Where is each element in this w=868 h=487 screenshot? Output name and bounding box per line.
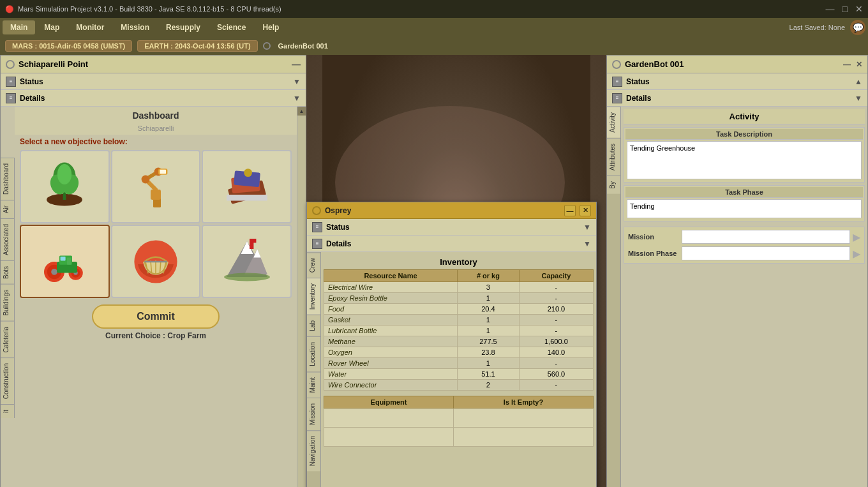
left-details-row: ≡ Details ▼: [1, 90, 306, 107]
equipment-cell-2: [454, 408, 594, 428]
status-doc-icon: ≡: [6, 77, 16, 87]
equipment-table-container: Equipment Is It Empty?: [321, 393, 596, 449]
scroll-up-arrow[interactable]: ▲: [297, 107, 306, 116]
chat-button[interactable]: 💬: [850, 20, 865, 35]
right-panel-minimize[interactable]: —: [843, 60, 851, 69]
right-panel-close[interactable]: ✕: [856, 60, 862, 69]
title-bar: 🔴 Mars Simulation Project v3.1.0 - Build…: [0, 0, 868, 18]
menu-map[interactable]: Map: [36, 20, 67, 34]
robot-arm-item[interactable]: [111, 150, 201, 223]
osprey-status-icon: ≡: [312, 222, 322, 232]
left-panel-title: Schiaparelli Point: [19, 59, 88, 69]
mars-time: MARS : 0015-Adir-05 0458 (UMST): [5, 40, 132, 52]
sidebar-tab-air[interactable]: Air: [1, 200, 14, 218]
left-status-label: Status: [20, 77, 43, 86]
sidebar-tab-buildings[interactable]: Buildings: [1, 284, 14, 321]
svg-point-5: [57, 164, 71, 184]
resource-capacity: -: [519, 282, 593, 293]
radio-indicator: [263, 42, 271, 50]
resource-name: Gasket: [324, 315, 458, 326]
resource-amount: 23.8: [458, 347, 520, 358]
osprey-title-left: Osprey: [312, 206, 351, 215]
osprey-close-button[interactable]: ✕: [580, 205, 591, 216]
osprey-details-row: ≡ Details ▼: [307, 236, 596, 252]
resource-name: Rover Wheel: [324, 358, 458, 369]
osprey-tab-location[interactable]: Location: [307, 336, 320, 371]
inventory-row: Methane277.51,600.0: [324, 336, 594, 347]
mission-label: Mission: [628, 233, 679, 241]
svg-point-21: [52, 269, 58, 275]
books-item[interactable]: [202, 150, 292, 223]
title-bar-left: 🔴 Mars Simulation Project v3.1.0 - Build…: [5, 5, 281, 13]
menu-mission[interactable]: Mission: [113, 20, 157, 34]
mission-input: [682, 230, 850, 244]
sidebar-tab-dashboard[interactable]: Dashboard: [1, 158, 14, 200]
commit-button[interactable]: Commit: [92, 304, 220, 329]
mission-right-arrow: ▶: [853, 231, 860, 243]
osprey-details-label: Details: [326, 239, 351, 248]
task-description-title: Task Description: [625, 129, 863, 140]
menu-monitor[interactable]: Monitor: [68, 20, 112, 34]
minimize-button[interactable]: —: [826, 4, 835, 14]
task-phase-title: Task Phase: [625, 187, 863, 198]
osprey-title: Osprey: [325, 206, 351, 215]
gardenbot-label: GardenBot 001: [278, 42, 328, 50]
last-saved: Last Saved: None: [789, 24, 845, 31]
crop-farm-item[interactable]: [20, 150, 110, 223]
osprey-tab-mission[interactable]: Mission: [307, 398, 320, 430]
osprey-minimize-button[interactable]: —: [564, 205, 576, 216]
right-tab-attributes[interactable]: Attributes: [607, 138, 620, 176]
resource-capacity: -: [519, 380, 593, 391]
osprey-circle-btn[interactable]: [312, 206, 321, 215]
sidebar-tab-associated[interactable]: Associated: [1, 218, 14, 260]
svg-marker-39: [253, 249, 260, 258]
sidebar-tab-construction[interactable]: Construction: [1, 357, 14, 404]
mission-phase-row: Mission Phase ▶: [625, 245, 863, 262]
basket-icon: [130, 236, 181, 287]
sidebar-tab-cafeteria[interactable]: Cafeteria: [1, 321, 14, 358]
left-status-arrow: ▼: [293, 77, 301, 86]
menu-main[interactable]: Main: [3, 20, 35, 34]
app-title: Mars Simulation Project v3.1.0 - Build 3…: [18, 5, 281, 13]
resource-amount: 20.4: [458, 304, 520, 315]
osprey-status-label: Status: [326, 223, 350, 232]
right-panel-circle-btn[interactable]: [612, 60, 621, 69]
menu-help[interactable]: Help: [255, 20, 287, 34]
resource-amount: 1: [458, 326, 520, 336]
left-status-row: ≡ Status ▼: [1, 73, 306, 90]
left-panel-scrollbar[interactable]: ▲ ▼: [297, 107, 306, 487]
osprey-tab-crew[interactable]: Crew: [307, 252, 320, 278]
basket-item[interactable]: [111, 225, 201, 298]
left-panel-minimize[interactable]: —: [292, 59, 301, 70]
left-side-tabs: Dashboard Air Associated Bots Buildings …: [1, 158, 15, 418]
menu-resupply[interactable]: Resupply: [158, 20, 208, 34]
osprey-tab-maint[interactable]: Maint: [307, 371, 320, 398]
right-status-row: ≡ Status ▲: [607, 73, 867, 90]
panel-circle-button[interactable]: [6, 60, 15, 69]
task-description-section: Task Description Tending Greenhouse: [624, 127, 865, 183]
inventory-row: Lubricant Bottle1-: [324, 326, 594, 336]
close-button[interactable]: ✕: [855, 4, 863, 14]
osprey-tab-navigation[interactable]: Navigation: [307, 430, 320, 471]
menu-science[interactable]: Science: [209, 20, 253, 34]
right-details-label: Details: [626, 94, 651, 103]
right-tab-by[interactable]: By: [607, 176, 620, 194]
maximize-button[interactable]: □: [842, 4, 848, 14]
right-details-left: ≡ Details: [612, 93, 651, 103]
tractor-item[interactable]: [20, 225, 110, 298]
osprey-tab-inventory[interactable]: Inventory: [307, 278, 320, 315]
sidebar-tab-it[interactable]: it: [1, 404, 14, 418]
app-icon: 🔴: [5, 5, 14, 13]
right-panel-controls: — ✕: [843, 60, 862, 69]
equipment-cell-4: [454, 428, 594, 447]
activity-title: Activity: [624, 109, 865, 124]
right-tab-activity[interactable]: Activity: [607, 107, 620, 138]
resource-amount: 277.5: [458, 336, 520, 347]
title-bar-controls[interactable]: — □ ✕: [826, 4, 863, 14]
resource-capacity: -: [519, 315, 593, 326]
sidebar-tab-bots[interactable]: Bots: [1, 260, 14, 284]
osprey-tab-lab[interactable]: Lab: [307, 315, 320, 336]
osprey-details-arrow: ▼: [583, 239, 591, 248]
right-main-content: Activity Task Description Tending Greenh…: [621, 107, 867, 487]
mountain-item[interactable]: [202, 225, 292, 298]
